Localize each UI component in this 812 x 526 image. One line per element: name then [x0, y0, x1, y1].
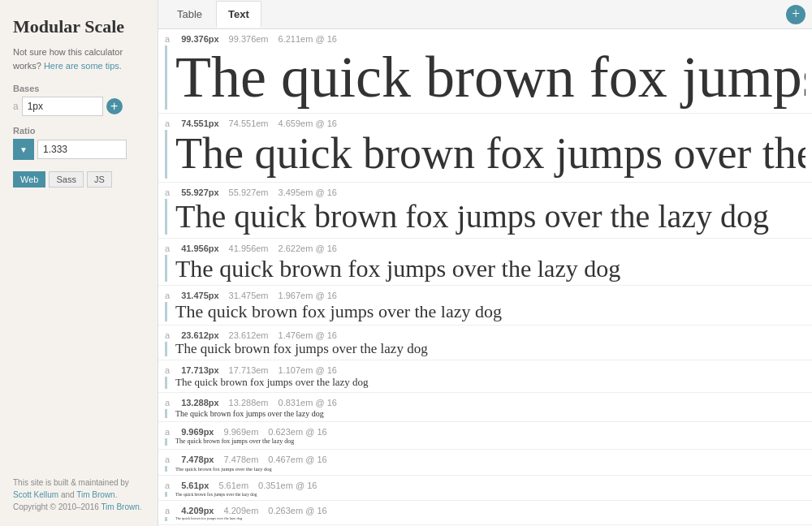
scale-em2: 1.967em @ 16 — [279, 291, 337, 300]
scale-row-inner: The quick brown fox jumps over the l — [165, 130, 806, 178]
scale-sample-text: The quick brown fox jumps over the lazy … — [175, 199, 806, 235]
scale-em1: 31.475em — [229, 291, 269, 300]
scale-em1: 4.209em — [224, 506, 259, 515]
add-tab-button[interactable]: + — [786, 5, 806, 24]
scale-em1: 55.927em — [229, 188, 269, 197]
scale-em1: 9.969em — [224, 427, 259, 437]
scale-row-meta: a17.713px17.713em1.107em @ 16 — [165, 365, 806, 375]
scale-row-inner: The quick brown fox jumps over the lazy … — [165, 377, 806, 388]
scale-row-inner: The quick brown fox jumps over the lazy … — [165, 409, 806, 418]
scale-sample-text: The quick brown fox jumps o — [175, 45, 806, 110]
tab-sass[interactable]: Sass — [49, 171, 83, 188]
scale-em1: 74.551em — [229, 119, 269, 128]
scale-row-meta: a55.927px55.927em3.495em @ 16 — [165, 188, 806, 197]
scale-px: 31.475px — [181, 291, 218, 300]
scale-sample-text: The quick brown fox jumps over the lazy … — [175, 342, 806, 357]
scale-em2: 0.623em @ 16 — [268, 427, 326, 437]
scale-row-letter: a — [165, 34, 170, 44]
scale-px: 4.209px — [181, 506, 214, 515]
scale-content: a99.376px99.376em6.211em @ 16The quick b… — [158, 29, 812, 526]
scale-row: a31.475px31.475em1.967em @ 16The quick b… — [158, 286, 812, 326]
scale-em1: 17.713em — [229, 365, 269, 375]
scale-row-meta: a5.61px5.61em0.351em @ 16 — [165, 481, 806, 490]
scale-row-meta: a4.209px4.209em0.263em @ 16 — [165, 506, 806, 515]
scale-row-meta: a74.551px74.551em4.659em @ 16 — [165, 119, 806, 128]
ratio-dropdown-button[interactable]: ▼ — [13, 139, 34, 160]
scale-em2: 2.622em @ 16 — [279, 244, 337, 253]
base-input[interactable] — [22, 97, 103, 116]
scale-row: a41.956px41.956em2.622em @ 16The quick b… — [158, 239, 812, 286]
tab-web[interactable]: Web — [13, 171, 45, 188]
scale-row-letter: a — [165, 244, 170, 253]
scale-px: 99.376px — [181, 34, 218, 44]
scale-row: a5.61px5.61em0.351em @ 16The quick brown… — [158, 476, 812, 501]
scale-row-letter: a — [165, 506, 170, 515]
scale-row-meta: a31.475px31.475em1.967em @ 16 — [165, 291, 806, 300]
tab-table[interactable]: Table — [165, 1, 214, 28]
scale-px: 9.969px — [181, 427, 214, 437]
scale-em1: 99.376em — [229, 34, 269, 44]
scale-sample-text: The quick brown fox jumps over the lazy … — [175, 466, 806, 472]
scale-row-meta: a13.288px13.288em0.831em @ 16 — [165, 398, 806, 407]
ratio-label: Ratio — [13, 126, 145, 136]
scale-row-inner: The quick brown fox jumps over the lazy … — [165, 517, 806, 521]
scale-row: a17.713px17.713em1.107em @ 16The quick b… — [158, 360, 812, 392]
sidebar: Modular Scale Not sure how this calculat… — [0, 0, 158, 526]
scale-sample-text: The quick brown fox jumps over the lazy … — [175, 377, 806, 388]
ratio-input[interactable] — [37, 140, 127, 159]
scale-row-letter: a — [165, 291, 170, 300]
scale-row-meta: a23.612px23.612em1.476em @ 16 — [165, 330, 806, 340]
scale-row-meta: a41.956px41.956em2.622em @ 16 — [165, 244, 806, 253]
scale-row: a7.478px7.478em0.467em @ 16The quick bro… — [158, 450, 812, 476]
scale-sample-text: The quick brown fox jumps over the lazy … — [175, 409, 806, 418]
scale-row-letter: a — [165, 330, 170, 340]
scale-row-letter: a — [165, 119, 170, 128]
scale-em2: 0.263em @ 16 — [268, 506, 326, 515]
scott-link[interactable]: Scott Kellum — [13, 490, 58, 499]
add-base-button[interactable]: + — [106, 98, 123, 114]
scale-px: 74.551px — [181, 119, 218, 128]
scale-em2: 1.107em @ 16 — [279, 365, 337, 375]
scale-row: a4.209px4.209em0.263em @ 16The quick bro… — [158, 501, 812, 525]
scale-sample-text: The quick brown fox jumps over the lazy … — [175, 492, 806, 497]
base-letter: a — [13, 101, 19, 112]
scale-px: 23.612px — [181, 330, 218, 340]
scale-em2: 0.831em @ 16 — [279, 398, 337, 407]
scale-row-letter: a — [165, 188, 170, 197]
main-panel: Table Text + a99.376px99.376em6.211em @ … — [158, 0, 812, 526]
sidebar-intro: Not sure how this calculator works? Here… — [13, 45, 145, 72]
scale-row-inner: The quick brown fox jumps over the lazy … — [165, 199, 806, 235]
scale-row: a13.288px13.288em0.831em @ 16The quick b… — [158, 393, 812, 422]
scale-row-inner: The quick brown fox jumps o — [165, 45, 806, 110]
scale-row-inner: The quick brown fox jumps over the lazy … — [165, 466, 806, 472]
tim-link[interactable]: Tim Brown — [76, 490, 114, 499]
scale-row-inner: The quick brown fox jumps over the lazy … — [165, 302, 806, 321]
scale-em1: 13.288em — [229, 398, 269, 407]
scale-row-letter: a — [165, 455, 170, 464]
scale-row-meta: a9.969px9.969em0.623em @ 16 — [165, 427, 806, 437]
scale-row: a99.376px99.376em6.211em @ 16The quick b… — [158, 29, 812, 114]
scale-row: a55.927px55.927em3.495em @ 16The quick b… — [158, 183, 812, 239]
sidebar-footer: This site is built & maintained by Scott… — [13, 476, 145, 513]
scale-em2: 4.659em @ 16 — [279, 119, 337, 128]
scale-em1: 5.61em — [218, 481, 248, 490]
tab-js[interactable]: JS — [87, 171, 112, 188]
scale-em2: 0.351em @ 16 — [258, 481, 317, 490]
scale-px: 13.288px — [181, 398, 218, 407]
app-title: Modular Scale — [13, 16, 145, 37]
tips-link[interactable]: Here are some tips. — [44, 61, 122, 71]
scale-em1: 7.478em — [224, 455, 259, 464]
scale-row-meta: a99.376px99.376em6.211em @ 16 — [165, 34, 806, 44]
scale-sample-text: The quick brown fox jumps over the l — [175, 130, 806, 178]
bases-row: a + — [13, 97, 145, 116]
scale-row-inner: The quick brown fox jumps over the lazy … — [165, 438, 806, 446]
scale-px: 17.713px — [181, 365, 218, 375]
bases-label: Bases — [13, 84, 145, 93]
scale-row: a74.551px74.551em4.659em @ 16The quick b… — [158, 114, 812, 182]
scale-row-meta: a7.478px7.478em0.467em @ 16 — [165, 455, 806, 464]
tim-brown-link[interactable]: Tim Brown — [101, 502, 139, 511]
scale-em2: 3.495em @ 16 — [279, 188, 337, 197]
scale-px: 55.927px — [181, 188, 218, 197]
tab-text[interactable]: Text — [216, 1, 261, 28]
scale-em2: 1.476em @ 16 — [279, 330, 337, 340]
